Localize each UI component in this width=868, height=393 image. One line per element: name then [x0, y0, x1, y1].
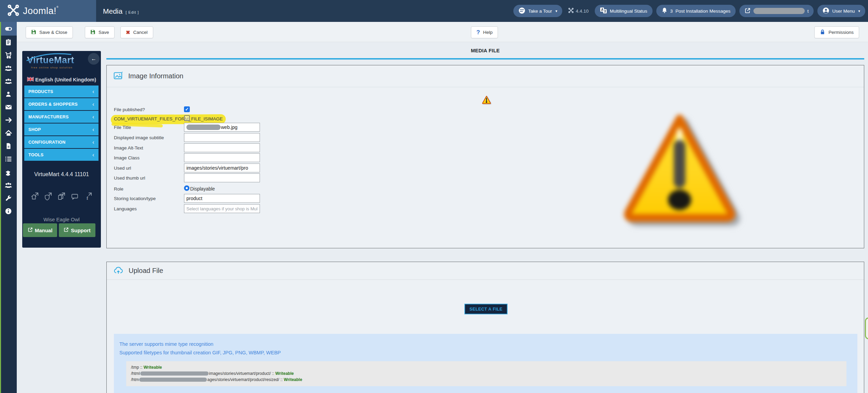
help-button[interactable]: ? Help [471, 26, 498, 38]
chevron-down-icon: ▾ [858, 9, 860, 13]
sidebar-item-shop[interactable]: SHOP‹ [24, 123, 98, 135]
tab-media-file[interactable]: MEDIA FILE [106, 48, 864, 53]
multilingual-status-button[interactable]: A Multilingual Status [595, 5, 653, 17]
documents-external-link-icon[interactable] [57, 192, 66, 201]
take-a-tour-button[interactable]: Take a Tour ▾ [513, 5, 562, 17]
languages-input[interactable] [184, 204, 260, 213]
permissions-button[interactable]: Permissions [814, 26, 859, 38]
path-text: ages/stories/virtuemart/product/resized/… [207, 377, 284, 383]
chevron-left-icon: ‹ [92, 139, 94, 146]
rail-item-cart-plus[interactable] [0, 49, 17, 62]
sidebar-quick-links: f [22, 192, 101, 201]
panel-header: Upload File [107, 262, 864, 280]
uk-flag-icon [27, 77, 34, 82]
sidebar-item-tools[interactable]: TOOLS‹ [24, 149, 98, 161]
writable-path: /htmages/stories/virtuemart/product/resi… [131, 377, 846, 383]
rail-item-component-toggle[interactable] [0, 22, 17, 36]
arrow-left-icon: ← [91, 56, 96, 62]
panel-header: Image Information [107, 65, 864, 87]
sidebar-item-products[interactable]: PRODUCTS‹ [24, 86, 98, 97]
support-button[interactable]: Support [59, 223, 95, 237]
external-link-icon [745, 8, 751, 15]
role-displayable-radio[interactable] [184, 185, 189, 191]
joomla-logo[interactable]: Joomla!® [0, 0, 96, 22]
chat-icon[interactable] [70, 192, 79, 201]
warning-image-preview [621, 113, 738, 223]
external-link-pill[interactable]: t [739, 5, 814, 17]
chevron-left-icon: ‹ [92, 126, 94, 133]
chevron-down-icon: ▾ [555, 9, 557, 13]
storing-location-input[interactable] [184, 194, 260, 203]
joomla-knot-icon [568, 8, 574, 14]
logo-swoosh [26, 52, 77, 61]
save-icon [90, 29, 95, 36]
virtuemart-sidebar: ← VirtueMart free online shop solution E… [22, 51, 101, 248]
chevron-left-icon: ‹ [92, 101, 94, 108]
field-label: Used thumb url [114, 175, 182, 181]
rail-item-list[interactable] [0, 153, 17, 166]
user-icon [823, 7, 829, 15]
user-menu-button[interactable]: User Menu ▾ [817, 5, 865, 17]
rail-item-clipboard[interactable] [0, 36, 17, 49]
used-url-input[interactable] [184, 163, 260, 172]
sidebar-collapse-button[interactable]: ← [88, 53, 100, 65]
field-label: File Title [114, 125, 182, 130]
file-published-checkbox[interactable]: ✓ [184, 106, 190, 112]
redacted-text [139, 378, 207, 382]
sidebar-item-manufacturers[interactable]: MANUFACTURERS‹ [24, 111, 98, 123]
bell-icon [661, 7, 668, 15]
post-installation-messages-button[interactable]: 3 Post Installation Messages [656, 5, 736, 17]
chevron-left-icon: ‹ [92, 88, 94, 95]
path-text: /html [131, 370, 140, 377]
alt-text-input[interactable] [184, 143, 260, 152]
multilingual-icon: A [600, 7, 607, 15]
writeable-status: Writeable [275, 370, 294, 377]
joomla-knot-icon [8, 4, 19, 17]
rail-item-wrench[interactable] [0, 192, 17, 205]
path-text: :: [139, 364, 143, 370]
save-icon [31, 29, 36, 36]
save-button[interactable]: Save [85, 26, 115, 38]
image-class-input[interactable] [184, 153, 260, 162]
sidebar-item-orders-shoppers[interactable]: ORDERS & SHOPPERS‹ [24, 98, 98, 110]
rail-item-info-circle[interactable] [0, 205, 17, 218]
rail-item-home[interactable] [0, 127, 17, 140]
manual-button[interactable]: Manual [23, 223, 57, 237]
cancel-button[interactable]: ✖ Cancel [120, 26, 153, 38]
is-image-checkbox[interactable] [184, 115, 190, 121]
rail-item-user[interactable] [0, 88, 17, 101]
shield-external-link-icon[interactable] [44, 192, 53, 201]
badge-count: 3 [670, 9, 673, 14]
field-label: Role [114, 186, 182, 192]
info-line: The server supports mime type recognitio… [119, 341, 213, 347]
external-link-icon [64, 227, 69, 233]
sidebar-item-configuration[interactable]: CONFIGURATION‹ [24, 136, 98, 148]
tab-active-underline [106, 58, 864, 60]
rail-item-arrow-right[interactable] [0, 114, 17, 127]
question-icon: ? [476, 29, 480, 36]
rail-item-document[interactable] [0, 140, 17, 153]
rail-item-envelope[interactable] [0, 101, 17, 114]
topbar-actions: Take a Tour ▾ 4.4.10 A Multilingual Stat… [513, 5, 865, 17]
facebook-external-link-icon[interactable]: f [84, 192, 93, 201]
home-external-link-icon[interactable] [30, 192, 39, 201]
rail-item-users-group[interactable] [0, 75, 17, 88]
subtitle-input[interactable] [184, 133, 260, 142]
select-a-file-button[interactable]: SELECT A FILE [464, 304, 508, 314]
file-title-input[interactable]: web.jpg [184, 123, 260, 132]
rail-item-users-group[interactable] [0, 62, 17, 75]
radio-label: Displayable [190, 186, 215, 192]
save-and-close-button[interactable]: Save & Close [26, 26, 73, 38]
browser-edge-widget[interactable] [865, 317, 868, 339]
warning-icon [482, 95, 491, 104]
release-codename: Wise Eagle Owl [22, 217, 101, 222]
joomla-version: 4.4.10 [568, 8, 589, 14]
rail-item-users-group[interactable] [0, 179, 17, 192]
signpost-icon [518, 7, 525, 15]
field-label: Storing location/type [114, 196, 182, 201]
panel-title: Upload File [129, 267, 163, 275]
used-thumb-url-input[interactable] [184, 173, 260, 182]
field-label: Languages [114, 206, 182, 211]
rail-item-puzzle[interactable] [0, 166, 17, 179]
shop-language-selector[interactable]: English (United Kingdom) [22, 77, 101, 82]
